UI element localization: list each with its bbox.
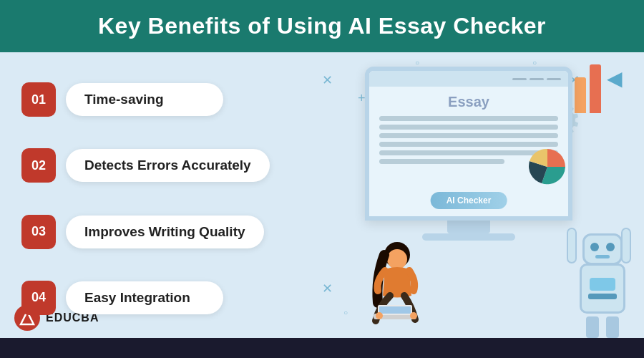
benefit-label: Easy Integration xyxy=(66,281,223,314)
robot-torso xyxy=(567,228,638,314)
benefit-label: Time-saving xyxy=(66,83,223,116)
robot-arm-left xyxy=(567,228,577,263)
deco-dot-1: ○ xyxy=(415,59,419,67)
svg-point-5 xyxy=(376,312,383,319)
benefits-list: 01 Time-saving 02 Detects Errors Accurat… xyxy=(0,52,301,338)
monitor-topbar xyxy=(369,71,568,87)
line-6 xyxy=(379,159,504,164)
robot-belt xyxy=(588,294,617,299)
benefit-item-03: 03 Improves Writing Quality xyxy=(21,215,286,249)
robot-legs xyxy=(567,316,638,338)
bar-2 xyxy=(575,77,586,113)
benefit-label: Detects Errors Accurately xyxy=(66,149,270,182)
robot-leg-left xyxy=(586,316,599,338)
robot-arms xyxy=(567,228,631,263)
robot-illustration xyxy=(567,233,638,338)
illustration-panel: ✕ + ○ ✕ ✕ ○ ✕ ○ ⚙ ◀ xyxy=(301,52,644,338)
topbar-line-1 xyxy=(512,78,527,80)
benefit-number: 03 xyxy=(21,215,56,249)
svg-point-6 xyxy=(410,312,417,319)
deco-cross-1: ✕ xyxy=(322,74,333,87)
header: Key Benefits of Using AI Essay Checker xyxy=(0,0,644,52)
page-title: Key Benefits of Using AI Essay Checker xyxy=(21,13,623,39)
benefit-number: 01 xyxy=(21,82,56,117)
benefit-number: 02 xyxy=(21,148,56,183)
benefit-item-01: 01 Time-saving xyxy=(21,82,286,117)
benefit-item-04: 04 Easy Integration xyxy=(21,281,286,315)
line-2 xyxy=(379,125,558,130)
monitor-title: Essay xyxy=(379,94,558,110)
deco-dot-2: ○ xyxy=(532,59,537,67)
topbar-line-3 xyxy=(547,78,561,80)
deco-dot-3: ○ xyxy=(343,309,348,316)
girl-illustration xyxy=(358,242,436,338)
line-3 xyxy=(379,133,558,138)
deco-cross-2: + xyxy=(358,92,366,105)
arrow-icon: ◀ xyxy=(607,67,623,90)
page-container: Key Benefits of Using AI Essay Checker 0… xyxy=(0,0,644,358)
benefit-number: 04 xyxy=(21,281,56,315)
bottom-bar xyxy=(0,338,644,358)
robot-leg-right xyxy=(606,316,619,338)
robot-body xyxy=(580,263,625,314)
ai-checker-button[interactable]: AI Checker xyxy=(431,192,507,209)
monitor-screen: Essay AI Checker xyxy=(365,67,572,221)
robot-arm-right xyxy=(621,228,631,263)
monitor-stand xyxy=(447,221,490,233)
topbar-line-2 xyxy=(530,78,544,80)
benefit-label: Improves Writing Quality xyxy=(66,216,264,248)
benefit-item-02: 02 Detects Errors Accurately xyxy=(21,148,286,183)
main-content: 01 Time-saving 02 Detects Errors Accurat… xyxy=(0,52,644,338)
svg-point-1 xyxy=(387,249,407,269)
bar-3 xyxy=(590,64,601,113)
robot-chest xyxy=(590,278,615,291)
pie-chart xyxy=(526,145,569,191)
monitor-base xyxy=(422,233,515,241)
line-1 xyxy=(379,116,558,121)
svg-rect-4 xyxy=(379,306,411,314)
deco-cross-5: ✕ xyxy=(322,282,333,295)
